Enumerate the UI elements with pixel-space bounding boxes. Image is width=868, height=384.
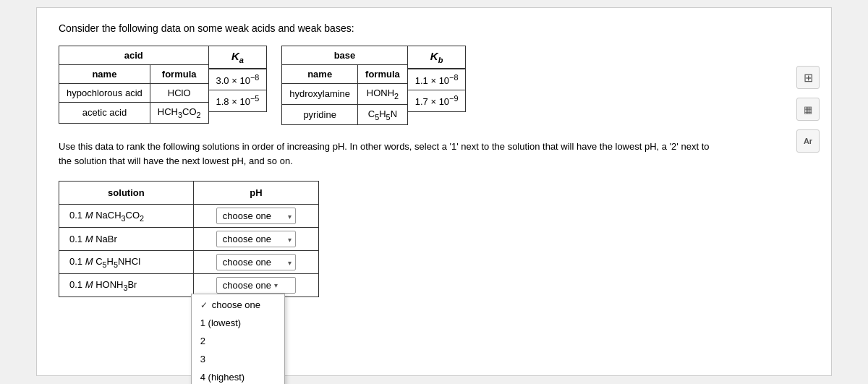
menu-item-label-choose-one: choose one <box>212 299 260 310</box>
dropdown-trigger-label: choose one <box>223 280 271 291</box>
acid-name-1: hypochlorous acid <box>59 84 150 103</box>
kb-column-table: Kb 1.1 × 10−8 1.7 × 10−9 <box>408 46 467 112</box>
kb-value-2: 1.7 × 10−9 <box>408 90 466 111</box>
dropdown-3[interactable]: choose one 1 (lowest) 2 3 4 (highest) ▾ <box>216 254 296 270</box>
menu-item-3[interactable]: 3 <box>192 350 284 368</box>
main-container: Consider the following data on some weak… <box>36 7 832 376</box>
tables-row: acid name formula hypochlorous acid HClO… <box>59 46 809 125</box>
checkmark-icon: ✓ <box>200 300 208 310</box>
base-name-header: name <box>282 65 358 84</box>
solution-row-3: 0.1 M C5H5NHCl choose one 1 (lowest) 2 3… <box>59 251 319 274</box>
ph-cell-3[interactable]: choose one 1 (lowest) 2 3 4 (highest) ▾ <box>193 251 318 274</box>
acid-row-1: hypochlorous acid HClO <box>59 84 209 103</box>
solution-name-1: 0.1 M NaCH3CO2 <box>59 205 194 228</box>
ka-value-2: 1.8 × 10−5 <box>209 90 267 111</box>
solution-table: solution pH 0.1 M NaCH3CO2 choose one 1 … <box>59 181 319 297</box>
menu-item-label-4: 4 (highest) <box>200 372 244 383</box>
ka-header: Ka <box>209 46 267 69</box>
menu-item-1[interactable]: 1 (lowest) <box>192 314 284 332</box>
ka-column-table: Ka 3.0 × 10−8 1.8 × 10−5 <box>209 46 268 112</box>
dropdown-2[interactable]: choose one 1 (lowest) 2 3 4 (highest) ▾ <box>216 231 296 247</box>
acid-name-header: name <box>59 65 150 84</box>
solution-name-4: 0.1 M HONH3Br <box>59 274 194 297</box>
chart-icon[interactable]: ▦ <box>796 98 820 121</box>
menu-item-label-2: 2 <box>200 336 205 346</box>
ph-select-2[interactable]: choose one 1 (lowest) 2 3 4 (highest) <box>216 231 296 247</box>
base-formula-header: formula <box>358 65 408 84</box>
base-section: base name formula hydroxylamine HONH2 py… <box>281 46 466 125</box>
periodic-table-icon[interactable]: Ar <box>796 129 820 153</box>
menu-item-label-1: 1 (lowest) <box>200 317 241 328</box>
question-intro: Consider the following data on some weak… <box>59 22 809 34</box>
base-formula-2: C5H5N <box>358 104 408 125</box>
acid-section: acid name formula hypochlorous acid HClO… <box>59 46 267 124</box>
ph-cell-2[interactable]: choose one 1 (lowest) 2 3 4 (highest) ▾ <box>193 228 318 251</box>
acid-formula-header: formula <box>150 65 208 84</box>
menu-item-choose-one[interactable]: ✓ choose one <box>192 296 284 314</box>
ph-col-header: pH <box>193 182 318 205</box>
kb-header: Kb <box>408 46 466 69</box>
instruction-text: Use this data to rank the following solu… <box>59 140 710 168</box>
base-name-1: hydroxylamine <box>282 84 358 105</box>
dropdown-1[interactable]: choose one 1 (lowest) 2 3 4 (highest) ▾ <box>216 208 296 224</box>
acid-table: acid name formula hypochlorous acid HClO… <box>59 46 209 124</box>
ph-cell-1[interactable]: choose one 1 (lowest) 2 3 4 (highest) ▾ <box>193 205 318 228</box>
ph-cell-4[interactable]: choose one ▾ ✓ choose one 1 (lowest) <box>193 274 318 297</box>
base-name-2: pyridine <box>282 104 358 125</box>
acid-name-2: acetic acid <box>59 103 150 124</box>
menu-item-4[interactable]: 4 (highest) <box>192 368 284 384</box>
ph-select-1[interactable]: choose one 1 (lowest) 2 3 4 (highest) <box>216 208 296 224</box>
solution-row-4: 0.1 M HONH3Br choose one ▾ ✓ choose one <box>59 274 319 297</box>
base-table: base name formula hydroxylamine HONH2 py… <box>281 46 408 125</box>
base-row-1: hydroxylamine HONH2 <box>282 84 408 105</box>
base-header: base <box>282 46 408 65</box>
acid-formula-1: HClO <box>150 84 208 103</box>
acid-formula-2: HCH3CO2 <box>150 103 208 124</box>
menu-item-label-3: 3 <box>200 354 205 364</box>
solution-row-1: 0.1 M NaCH3CO2 choose one 1 (lowest) 2 3… <box>59 205 319 228</box>
base-formula-1: HONH2 <box>358 84 408 105</box>
kb-value-1: 1.1 × 10−8 <box>408 69 466 90</box>
ph-select-3[interactable]: choose one 1 (lowest) 2 3 4 (highest) <box>216 254 296 270</box>
acid-header: acid <box>59 46 209 65</box>
acid-row-2: acetic acid HCH3CO2 <box>59 103 209 124</box>
base-row-2: pyridine C5H5N <box>282 104 408 125</box>
ka-value-1: 3.0 × 10−8 <box>209 69 267 90</box>
solution-row-2: 0.1 M NaBr choose one 1 (lowest) 2 3 4 (… <box>59 228 319 251</box>
menu-item-2[interactable]: 2 <box>192 332 284 350</box>
dropdown-trigger-4[interactable]: choose one ▾ <box>216 277 296 294</box>
solution-name-3: 0.1 M C5H5NHCl <box>59 251 194 274</box>
solution-col-header: solution <box>59 182 194 205</box>
right-icons: ⊞ ▦ Ar <box>796 66 820 153</box>
dropdown-menu-4: ✓ choose one 1 (lowest) 2 3 <box>191 294 285 384</box>
chevron-down-icon-4: ▾ <box>274 281 278 289</box>
calculator-icon[interactable]: ⊞ <box>796 66 820 89</box>
solution-name-2: 0.1 M NaBr <box>59 228 194 251</box>
open-dropdown-4[interactable]: choose one ▾ ✓ choose one 1 (lowest) <box>198 277 314 294</box>
